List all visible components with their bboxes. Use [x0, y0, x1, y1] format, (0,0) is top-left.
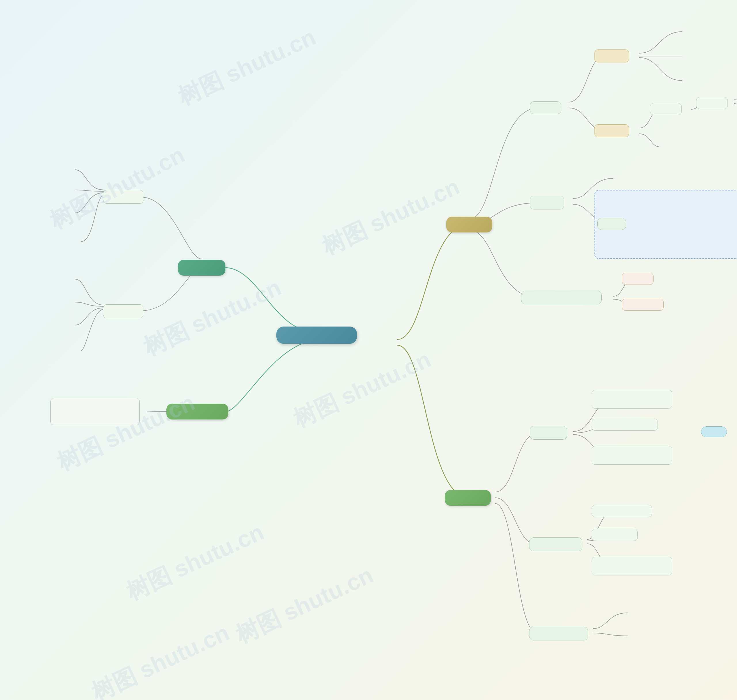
leaf-shuzwei: [648, 140, 711, 153]
l2-leixing: [530, 101, 562, 114]
l2-youfuhaoyouyi: [529, 537, 582, 551]
l2-cunchufangshi: [530, 196, 564, 209]
leaf-youy1d: [592, 557, 672, 575]
leaf-fushu-wuxiand: [607, 606, 702, 618]
l1-weiyicaozuo: [445, 490, 491, 506]
leaf-renyiw0: [9, 273, 98, 285]
leaf-zhengsh-youzf: [607, 628, 708, 640]
l1-luojiweyunsuan: [178, 260, 226, 276]
l1-hefucaozuo: [167, 404, 228, 419]
l4-fuhaowei: [650, 103, 682, 115]
l3-wufuhao: [594, 50, 629, 62]
leaf-zhiyshizhengsh: [674, 26, 725, 38]
leaf-jiangshuzhide: [592, 390, 672, 409]
l3-zhengsh: [597, 218, 626, 230]
center-node: [276, 326, 357, 344]
leaf-yong0bc: [648, 242, 708, 254]
l2-wufuhaoyouyi: [529, 626, 588, 640]
l1-jichuzhishi: [446, 217, 492, 232]
l2-fanhuizhi1: [103, 190, 143, 204]
leaf-yicde: [592, 505, 652, 517]
leaf-infinity: [622, 299, 663, 311]
leaf-fushu-bucm: [593, 172, 677, 184]
leaf-yi-fwfei: [46, 344, 104, 356]
leaf-chun2jzc: [648, 194, 705, 206]
l2-zuoyi: [530, 426, 567, 440]
leaf-suoyokj0: [592, 419, 658, 431]
l2-fanhuizhi0: [103, 304, 143, 318]
badge-gailan: [701, 426, 727, 437]
leaf-shuzfanwekeyijiad: [674, 74, 736, 85]
leaf-duiyingw1: [9, 163, 98, 175]
leaf-duiyingw0: [9, 295, 92, 307]
leaf-31wm2d: [648, 217, 728, 229]
leaf-ling-fwfei: [46, 235, 104, 247]
l5-di32wei: [696, 97, 728, 109]
leaf-duiyingw0h1: [9, 318, 102, 330]
leaf-baoliu: [592, 529, 638, 541]
leaf-nan: [622, 273, 653, 285]
leaf-di32weibiaoshine: [674, 50, 731, 62]
leaf-jibutosy: [9, 203, 98, 222]
leaf-renyiw1: [9, 183, 98, 196]
l3-youfuhao: [594, 124, 629, 137]
connector-lines: .line-teal { stroke: #5aab8a; stroke-wid…: [0, 0, 737, 700]
l2-dangzuoling: [521, 291, 602, 304]
leaf-weicaozuo-desc: [50, 398, 140, 425]
leaf-zuoy1d: [592, 446, 672, 465]
